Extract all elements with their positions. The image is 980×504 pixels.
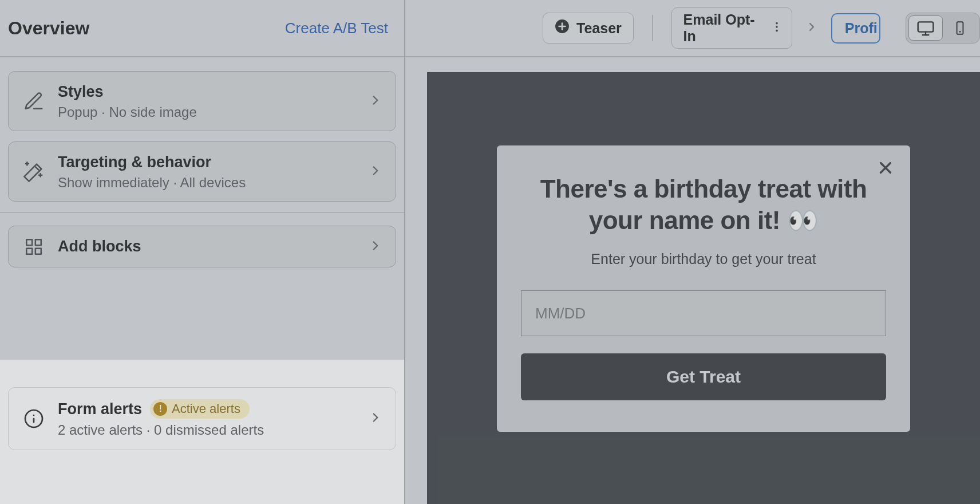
teaser-button[interactable]: Teaser	[543, 13, 634, 44]
add-blocks-card[interactable]: Add blocks	[8, 226, 396, 267]
form-alerts-title: Form alerts	[58, 400, 142, 418]
targeting-card-subtitle: Show immediately · All devices	[58, 175, 357, 191]
wand-icon	[21, 160, 46, 183]
info-icon	[21, 408, 46, 429]
birthday-input-placeholder: MM/DD	[535, 305, 586, 322]
chevron-right-icon	[368, 163, 383, 180]
chevron-right-icon	[368, 93, 383, 110]
svg-rect-14	[957, 22, 963, 34]
kebab-icon[interactable]	[766, 19, 787, 37]
birthday-input[interactable]: MM/DD	[521, 290, 886, 336]
divider	[0, 212, 404, 213]
add-blocks-card-title: Add blocks	[58, 237, 357, 257]
chevron-right-icon	[805, 18, 819, 38]
page-title: Overview	[8, 18, 89, 39]
close-icon[interactable]	[876, 158, 895, 180]
create-ab-test-link[interactable]: Create A/B Test	[285, 19, 388, 37]
editor-topbar: Teaser Email Opt-In Profi	[405, 0, 980, 57]
settings-cards: Styles Popup · No side image Targeting &…	[0, 57, 404, 360]
svg-point-9	[776, 26, 778, 28]
form-alerts-section: Form alerts ! Active alerts 2 active ale…	[0, 360, 404, 504]
styles-card-title: Styles	[58, 82, 357, 102]
divider	[652, 15, 653, 41]
chevron-right-icon	[368, 238, 383, 255]
chevron-right-icon	[368, 410, 383, 427]
svg-rect-2	[26, 249, 32, 254]
email-optin-step[interactable]: Email Opt-In	[671, 7, 792, 49]
pencil-icon	[21, 90, 46, 112]
active-alerts-badge: ! Active alerts	[150, 399, 250, 419]
grid-icon	[21, 237, 46, 257]
profile-step-button[interactable]: Profi	[831, 13, 880, 44]
svg-point-10	[776, 29, 778, 32]
active-alerts-badge-label: Active alerts	[172, 401, 240, 416]
form-alerts-subtitle: 2 active alerts · 0 dismissed alerts	[58, 422, 357, 438]
email-optin-label: Email Opt-In	[683, 11, 763, 45]
svg-rect-0	[26, 239, 32, 245]
targeting-card-title: Targeting & behavior	[58, 152, 357, 172]
styles-card-subtitle: Popup · No side image	[58, 104, 357, 120]
form-alerts-card[interactable]: Form alerts ! Active alerts 2 active ale…	[8, 387, 396, 450]
alert-dot-icon: !	[153, 402, 167, 416]
sidebar-header: Overview Create A/B Test	[0, 0, 404, 57]
svg-rect-3	[35, 249, 41, 254]
desktop-preview-button[interactable]	[908, 15, 943, 41]
preview-canvas: There's a birthday treat with your name …	[427, 72, 980, 504]
device-preview-toggle	[906, 13, 980, 44]
get-treat-button[interactable]: Get Treat	[521, 353, 886, 400]
svg-rect-1	[35, 239, 41, 245]
overview-sidebar: Overview Create A/B Test Styles Popup · …	[0, 0, 405, 504]
styles-card[interactable]: Styles Popup · No side image	[8, 71, 396, 131]
popup-preview: There's a birthday treat with your name …	[497, 145, 910, 432]
popup-headline: There's a birthday treat with your name …	[521, 173, 886, 236]
mobile-preview-button[interactable]	[943, 15, 977, 41]
svg-rect-11	[918, 22, 934, 32]
svg-point-8	[776, 22, 778, 24]
popup-subtext: Enter your birthday to get your treat	[521, 251, 886, 267]
teaser-button-label: Teaser	[576, 20, 622, 37]
plus-circle-icon	[555, 19, 570, 37]
targeting-card[interactable]: Targeting & behavior Show immediately · …	[8, 141, 396, 202]
